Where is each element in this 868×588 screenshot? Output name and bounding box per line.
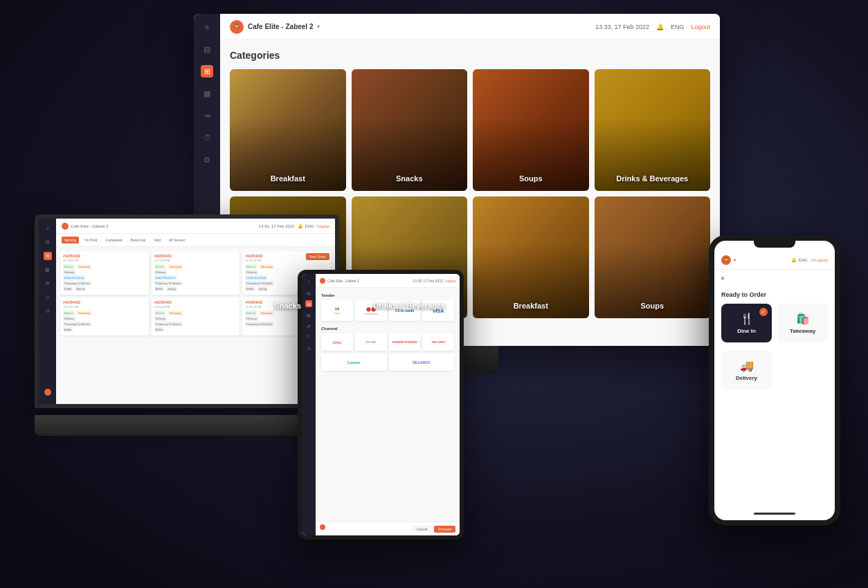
- phone-hamburger[interactable]: ≡: [714, 270, 835, 287]
- phone-home-bar: [754, 513, 795, 515]
- tablet-icon-list[interactable]: ≔: [305, 322, 312, 329]
- category-card-breakfast[interactable]: Breakfast: [230, 69, 346, 191]
- category-card-snacks[interactable]: Snacks: [352, 69, 468, 191]
- notifications[interactable]: 🔔: [656, 24, 664, 30]
- tablet-icon-timer[interactable]: ⏱: [305, 333, 312, 340]
- channel-toyou[interactable]: TO YOU: [355, 333, 387, 351]
- order-badge-delivery-2: Delivery: [154, 270, 167, 275]
- tender-title: Tender: [321, 293, 454, 297]
- order-id-1: #42354432: [63, 254, 146, 258]
- order-badge-takeaway-4: Takeaway: [77, 311, 92, 315]
- sidebar-icon-dashboard[interactable]: ▤: [201, 43, 213, 55]
- channel-careem[interactable]: Careem: [321, 353, 387, 371]
- laptop-icon-list[interactable]: ≔: [44, 279, 52, 288]
- cat-label-breakfast2: Breakfast: [514, 302, 548, 310]
- laptop-main: Cafe Elite - Zabeel 2 13:33, 17 Feb 2022…: [56, 219, 335, 404]
- laptop-icon-menu[interactable]: ≡: [44, 224, 52, 232]
- laptop-tab-completed[interactable]: Completed: [102, 237, 125, 244]
- delivery-label: Delivery: [736, 375, 757, 381]
- laptop-datetime: 13:33, 17 Feb 2022: [259, 224, 295, 228]
- laptop-tab-onhold[interactable]: On Hold: [82, 237, 100, 244]
- tablet-icon-dash[interactable]: ▤: [305, 289, 312, 296]
- order-id-5: #42354432: [154, 300, 237, 304]
- dine-in-card[interactable]: ✓ 🍴 Dine In: [721, 304, 772, 342]
- cat-label-drinks2: Drinks & Beverages: [373, 302, 445, 310]
- laptop-icon-timer[interactable]: ⏱: [44, 293, 52, 302]
- order-badge-dinein-5: Dine In: [154, 311, 166, 315]
- order-badge-preparing-4: Preparing To Kitchen: [63, 322, 91, 327]
- brand-dropdown[interactable]: ▾: [317, 24, 320, 30]
- laptop-tab-void[interactable]: Void: [151, 237, 163, 244]
- channel-jahez[interactable]: jahez: [321, 333, 353, 351]
- tablet-logo: [320, 278, 325, 284]
- order-badge-takeaway-5: Takeaway: [168, 311, 183, 315]
- order-badge-delivery-4: Delivery: [63, 316, 75, 321]
- sidebar-icon-grid[interactable]: ▦: [201, 87, 213, 100]
- tablet-icon-orders[interactable]: ⊞: [305, 300, 312, 307]
- channel-regards[interactable]: REGARDS: [389, 353, 455, 371]
- laptop-tab-allserved[interactable]: All Served: [166, 237, 188, 244]
- delivery-icon: 🚚: [740, 359, 754, 372]
- laptop-orders-grid: #42354432 12:32:43 PM Dine InTakeaway De…: [56, 247, 335, 340]
- sidebar-icon-list[interactable]: ≔: [201, 109, 213, 122]
- order-badge-dinein-6: Dine In: [245, 311, 257, 315]
- phone-dropdown-arrow[interactable]: ▾: [734, 257, 736, 262]
- tablet-logout[interactable]: Logout: [445, 279, 455, 283]
- order-badge-dinein-4: Dine In: [63, 311, 75, 315]
- tablet-content: Tender 💵 Cash ⬤⬤ mastercard CS.: [316, 288, 460, 522]
- channel-grid: jahez TO YOU HUNGER STATION THE CHEF: [321, 333, 454, 351]
- tablet-icon-settings[interactable]: ⚙: [305, 344, 312, 351]
- logout-btn[interactable]: Logout: [691, 24, 710, 30]
- laptop-tab-serving[interactable]: Serving: [62, 237, 79, 244]
- takeaway-card[interactable]: 🛍️ Takeaway: [777, 304, 828, 342]
- laptop-icon-dash[interactable]: ▤: [44, 238, 52, 246]
- phone-screen: 🦁 ▾ 🔔 ENG ⇥ Logout ≡ Ready to Order ✓: [709, 235, 840, 526]
- tablet-icon-grid[interactable]: ▦: [305, 311, 312, 318]
- laptop-new-order-btn[interactable]: New Order: [306, 253, 329, 260]
- cash-icon: 💵: [335, 306, 339, 311]
- delivery-card[interactable]: 🚚 Delivery: [721, 351, 772, 389]
- order-badge-spring-1: Spring: [75, 286, 86, 291]
- laptop-icon-grid[interactable]: ▦: [44, 266, 52, 274]
- order-card-1: #42354432 12:32:43 PM Dine InTakeaway De…: [60, 251, 149, 295]
- category-card-soups[interactable]: Soups: [473, 69, 589, 191]
- laptop-icon-orders[interactable]: ⊞: [44, 252, 52, 260]
- laptop-logout[interactable]: Logout: [317, 224, 329, 228]
- cancel-btn[interactable]: Cancel: [413, 526, 432, 533]
- order-badge-delivery-5: Delivery: [154, 316, 167, 321]
- laptop-lang[interactable]: ENG: [305, 224, 314, 228]
- laptop-icon-settings[interactable]: ⚙: [44, 307, 52, 315]
- channel-thechef[interactable]: THE CHEF: [422, 333, 454, 351]
- phone-logout-icon: ⇥: [811, 257, 814, 262]
- phone-logout[interactable]: ⇥ Logout: [811, 257, 828, 262]
- careem-label: Careem: [347, 360, 360, 365]
- sidebar-icon-settings[interactable]: ⚙: [201, 154, 213, 166]
- proceed-btn[interactable]: Proceed: [434, 526, 455, 533]
- phone-notch: [754, 241, 795, 248]
- order-badge-dinein-1: Dine In: [63, 264, 75, 269]
- topbar: 🦁 Cafe Elite - Zabeel 2 ▾ 13:33, 17 Feb …: [220, 14, 720, 40]
- order-badge-preparing-1: Preparing To Kitchen: [63, 281, 91, 286]
- laptop-tab-bored[interactable]: Bored out: [127, 237, 148, 244]
- category-card-breakfast2[interactable]: Breakfast: [473, 196, 589, 318]
- sidebar-icon-menu[interactable]: ≡: [201, 21, 213, 33]
- category-card-drinks[interactable]: Drinks & Beverages: [595, 69, 711, 191]
- phone-bell[interactable]: 🔔: [791, 257, 796, 262]
- phone-topbar-left: 🦁 ▾: [721, 255, 736, 265]
- language[interactable]: ENG: [671, 24, 685, 30]
- payment-card-cash[interactable]: 💵 Cash: [321, 300, 353, 321]
- channel-hungerstation[interactable]: HUNGER STATION: [389, 333, 421, 351]
- phone-device: 🦁 ▾ 🔔 ENG ⇥ Logout ≡ Ready to Order ✓: [709, 235, 847, 546]
- laptop-bell[interactable]: 🔔: [298, 223, 302, 228]
- channel-title: Channel: [321, 327, 454, 331]
- sidebar-icon-timer[interactable]: ⏱: [201, 131, 213, 144]
- sidebar-icon-orders[interactable]: ⊞: [201, 65, 213, 77]
- phone-lang[interactable]: ENG: [799, 258, 808, 262]
- order-badge-buffet-4: Buffet: [63, 327, 73, 332]
- category-card-soups2[interactable]: Soups: [595, 196, 711, 318]
- categories-title: Categories: [230, 50, 710, 61]
- tablet-icon-menu[interactable]: ≡: [305, 278, 312, 285]
- cat-label-snacks2: Snacks: [274, 302, 301, 310]
- laptop-brand-name: Cafe Elite - Zabeel 2: [71, 224, 109, 228]
- mastercard-label: mastercard: [364, 312, 378, 315]
